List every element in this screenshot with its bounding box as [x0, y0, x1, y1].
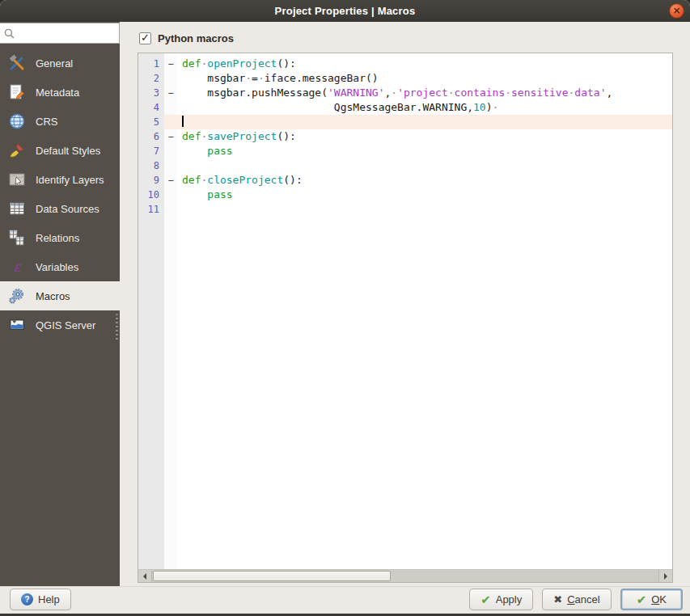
sidebar-item-label: Default Styles [36, 145, 100, 157]
sidebar-item-general[interactable]: General [0, 49, 120, 78]
code-line[interactable]: 6−def·saveProject(): [138, 129, 672, 144]
button-bar: ? Help ✔ Apply ✖ Cancel ✔ OK [0, 586, 690, 614]
sidebar-item-label: Variables [36, 261, 78, 273]
sidebar-item-label: Relations [36, 232, 79, 244]
sidebar-nav: General Metadata [0, 49, 120, 340]
checkbox-check-icon: ✓ [141, 32, 150, 44]
relations-icon [7, 229, 27, 247]
code-editor[interactable]: 1−def·openProject():2 msgbar·=·iface.mes… [138, 53, 673, 583]
macros-page: ✓ Python macros 1−def·openProject():2 ms… [120, 22, 690, 586]
close-button[interactable]: × [669, 3, 684, 19]
text-cursor [182, 116, 184, 127]
scrollbar-thumb[interactable] [153, 571, 391, 581]
table-icon [7, 200, 27, 217]
globe-icon [7, 112, 27, 130]
sidebar-item-variables[interactable]: ε Variables [0, 252, 120, 281]
gears-icon [7, 287, 27, 305]
sidebar-item-label: QGIS Server [36, 319, 95, 331]
sidebar-item-default-styles[interactable]: Default Styles [0, 136, 120, 165]
python-macros-label: Python macros [158, 32, 234, 44]
scroll-left-arrow[interactable] [138, 570, 151, 582]
code-line[interactable]: 8 [138, 158, 672, 173]
search-icon [4, 28, 15, 39]
svg-text:ε: ε [14, 259, 22, 275]
apply-check-icon: ✔ [480, 593, 491, 607]
paintbrush-icon [7, 141, 27, 159]
code-line[interactable]: 4 QgsMessageBar.WARNING,10)· [138, 100, 672, 115]
server-image-icon [7, 316, 27, 334]
sidebar-item-macros[interactable]: Macros [0, 281, 120, 310]
apply-button[interactable]: ✔ Apply [469, 589, 533, 610]
code-line[interactable]: 2 msgbar·=·iface.messageBar() [138, 71, 672, 86]
code-line[interactable]: 5 [138, 115, 672, 129]
code-lines[interactable]: 1−def·openProject():2 msgbar·=·iface.mes… [138, 53, 672, 569]
sidebar-item-relations[interactable]: Relations [0, 223, 120, 252]
sidebar-item-label: CRS [36, 116, 57, 128]
scrollbar-track[interactable] [151, 570, 659, 582]
cancel-button[interactable]: ✖ Cancel [542, 589, 611, 610]
window-title: Project Properties | Macros [275, 5, 416, 17]
sidebar-item-label: Identify Layers [36, 174, 104, 186]
sidebar-item-label: Macros [36, 290, 70, 302]
epsilon-icon: ε [7, 258, 27, 276]
help-icon: ? [21, 593, 33, 605]
cancel-x-icon: ✖ [553, 593, 562, 605]
scroll-right-arrow[interactable] [659, 570, 672, 582]
identify-icon [7, 171, 27, 188]
code-line[interactable]: 1−def·openProject(): [138, 57, 672, 71]
sidebar-item-identify-layers[interactable]: Identify Layers [0, 165, 120, 194]
code-line[interactable]: 7 pass [138, 144, 672, 158]
sidebar-item-label: General [36, 57, 73, 70]
search-box[interactable] [0, 23, 120, 44]
close-icon: × [672, 6, 680, 15]
sidebar-item-qgis-server[interactable]: QGIS Server [0, 310, 120, 340]
project-properties-dialog: Project Properties | Macros × [0, 0, 690, 616]
sidebar-item-crs[interactable]: CRS [0, 107, 120, 136]
horizontal-scrollbar[interactable] [138, 569, 672, 582]
code-line[interactable]: 10 pass [138, 188, 672, 202]
code-line[interactable]: 3− msgbar.pushMessage('WARNING',·'projec… [138, 86, 672, 100]
python-macros-checkbox[interactable]: ✓ [139, 32, 151, 44]
metadata-icon [7, 83, 27, 101]
sidebar-item-label: Data Sources [36, 203, 99, 215]
sidebar-scroll-indicator[interactable] [116, 314, 118, 341]
search-input[interactable] [18, 27, 115, 39]
sidebar-item-metadata[interactable]: Metadata [0, 78, 120, 107]
titlebar[interactable]: Project Properties | Macros × [0, 0, 690, 22]
sidebar: General Metadata [0, 22, 120, 586]
tools-icon [7, 54, 27, 72]
ok-check-icon: ✔ [637, 593, 647, 607]
help-button[interactable]: ? Help [10, 589, 71, 610]
code-line[interactable]: 9−def·closeProject(): [138, 173, 672, 188]
ok-button[interactable]: ✔ OK [620, 589, 683, 610]
sidebar-item-data-sources[interactable]: Data Sources [0, 194, 120, 223]
code-line[interactable]: 11 [138, 202, 672, 217]
sidebar-item-label: Metadata [36, 86, 79, 99]
